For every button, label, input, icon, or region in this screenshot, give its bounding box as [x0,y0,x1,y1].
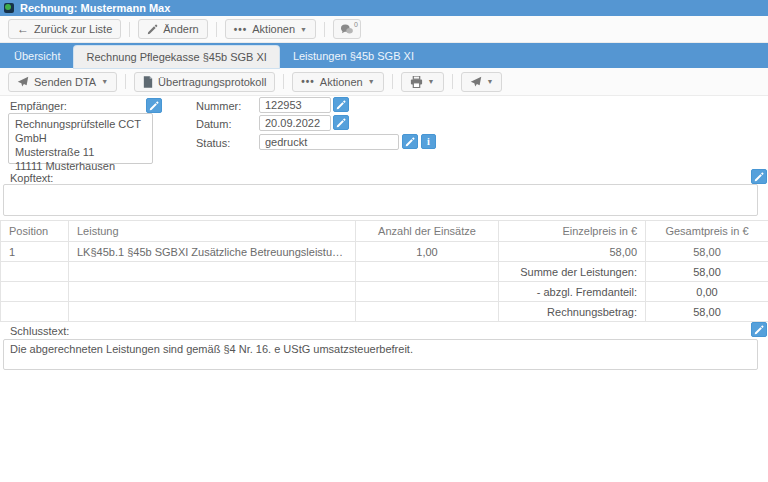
invoice-actions-label: Aktionen [320,76,363,88]
toolbar-divider [392,74,393,89]
send-button[interactable]: ▼ [461,72,503,92]
send-dta-label: Senden DTA [34,76,96,88]
footer-text-section: Schlusstext: Die abgerechneten Leistunge… [0,322,768,377]
top-toolbar: ← Zurück zur Liste Ändern ••• Aktionen ▼… [0,16,768,43]
send-dta-button[interactable]: Senden DTA ▼ [8,72,117,92]
edit-button-label: Ändern [163,23,198,35]
items-table: Position Leistung Anzahl der Einsätze Ei… [0,220,768,322]
app-window: Rechnung: Mustermann Max ← Zurück zur Li… [0,0,768,482]
number-edit-button[interactable] [333,97,349,112]
column-header-leistung: Leistung [69,221,356,242]
footer-text-area[interactable]: Die abgerechneten Leistungen sind gemäß … [3,339,758,370]
pencil-icon [336,118,346,128]
back-button-label: Zurück zur Liste [34,23,112,35]
header-text-label: Kopftext: [10,172,53,184]
cell-unit-price: 58,00 [499,242,646,262]
pencil-icon [149,101,159,111]
pencil-icon [147,24,158,35]
arrow-left-icon: ← [17,23,29,35]
comments-count-badge: 0 [354,21,358,28]
summary-label: Rechnungsbetrag: [499,302,646,322]
pencil-icon [754,325,764,335]
pencil-icon [405,137,415,147]
document-icon [143,76,153,88]
header-text-section: Kopftext: [0,169,768,217]
header-text-edit-button[interactable] [751,169,767,184]
summary-value: 58,00 [646,262,768,282]
status-input[interactable] [259,134,399,150]
pencil-icon [754,172,764,182]
recipient-label: Empfänger: [10,100,67,112]
summary-row: - abzgl. Fremdanteil: 0,00 [1,282,768,302]
footer-text-edit-button[interactable] [751,322,767,337]
paper-plane-icon [17,76,29,88]
pencil-icon [336,100,346,110]
back-button[interactable]: ← Zurück zur Liste [8,19,121,39]
cell-position: 1 [1,242,69,262]
transfer-protocol-button[interactable]: Übertragungsprotokoll [134,72,275,92]
status-label: Status: [196,137,230,149]
chevron-down-icon: ▼ [428,78,435,85]
column-header-position: Position [1,221,69,242]
actions-button-label: Aktionen [252,23,295,35]
toolbar-divider [129,22,130,37]
ellipsis-icon: ••• [301,76,315,87]
toolbar-divider [452,74,453,89]
toolbar-divider [324,22,325,37]
status-edit-button[interactable] [402,134,418,149]
invoice-actions-button[interactable]: ••• Aktionen ▼ [292,72,383,92]
chevron-down-icon: ▼ [101,78,108,85]
tab-leistungen[interactable]: Leistungen §45b SGB XI [281,43,426,68]
footer-text-label: Schlusstext: [10,325,69,337]
paper-plane-icon [470,76,482,88]
comments-button[interactable]: 0 [333,19,361,39]
date-label: Datum: [196,118,231,130]
cell-count: 1,00 [356,242,499,262]
transfer-protocol-label: Übertragungsprotokoll [158,76,266,88]
window-titlebar: Rechnung: Mustermann Max [0,0,768,16]
date-input[interactable] [259,115,331,131]
toolbar-divider [125,74,126,89]
summary-value: 58,00 [646,302,768,322]
column-header-anzahl: Anzahl der Einsätze [356,221,499,242]
chevron-down-icon: ▼ [487,78,494,85]
invoice-form: Empfänger: Rechnungsprüfstelle CCT GmbH … [0,96,768,169]
summary-value: 0,00 [646,282,768,302]
app-icon [4,3,14,13]
recipient-box: Rechnungsprüfstelle CCT GmbH Musterstraß… [8,113,153,164]
edit-button[interactable]: Ändern [138,19,207,39]
printer-icon [410,76,423,88]
print-button[interactable]: ▼ [401,72,444,92]
tab-rechnung-pflegekasse[interactable]: Rechnung Pflegekasse §45b SGB XI [74,46,278,68]
chevron-down-icon: ▼ [300,26,307,33]
recipient-edit-button[interactable] [146,98,162,113]
summary-label: Summe der Leistungen: [499,262,646,282]
table-header-row: Position Leistung Anzahl der Einsätze Ei… [1,221,768,242]
column-header-gesamtpreis: Gesamtpreis in € [646,221,768,242]
window-title: Rechnung: Mustermann Max [20,2,170,14]
cell-total-price: 58,00 [646,242,768,262]
tab-uebersicht[interactable]: Übersicht [2,43,72,68]
chevron-down-icon: ▼ [368,78,375,85]
number-label: Nummer: [196,100,241,112]
recipient-line: Rechnungsprüfstelle CCT GmbH [15,117,146,145]
table-row[interactable]: 1 LK§45b.1 §45b SGBXI Zusätzliche Betreu… [1,242,768,262]
summary-row: Rechnungsbetrag: 58,00 [1,302,768,322]
comments-icon [340,23,354,35]
ellipsis-icon: ••• [234,24,248,35]
column-header-einzelpreis: Einzelpreis in € [499,221,646,242]
recipient-line: Musterstraße 11 [15,145,146,159]
info-icon: i [427,136,430,147]
header-text-area[interactable] [3,184,758,216]
number-input[interactable] [259,97,331,113]
toolbar-divider [283,74,284,89]
cell-service: LK§45b.1 §45b SGBXI Zusätzliche Betreuun… [69,242,356,262]
invoice-toolbar: Senden DTA ▼ Übertragungsprotokoll ••• A… [0,68,768,96]
summary-label: - abzgl. Fremdanteil: [499,282,646,302]
summary-row: Summe der Leistungen: 58,00 [1,262,768,282]
actions-button[interactable]: ••• Aktionen ▼ [225,19,316,39]
date-edit-button[interactable] [333,115,349,130]
tab-bar: Übersicht Rechnung Pflegekasse §45b SGB … [0,43,768,68]
status-info-button[interactable]: i [421,134,436,149]
toolbar-divider [216,22,217,37]
